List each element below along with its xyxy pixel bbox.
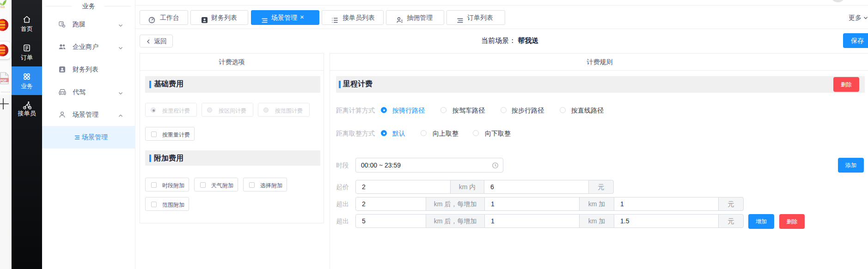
svg-text:GO: GO — [0, 6, 5, 8]
svg-text:PDF: PDF — [0, 79, 7, 82]
